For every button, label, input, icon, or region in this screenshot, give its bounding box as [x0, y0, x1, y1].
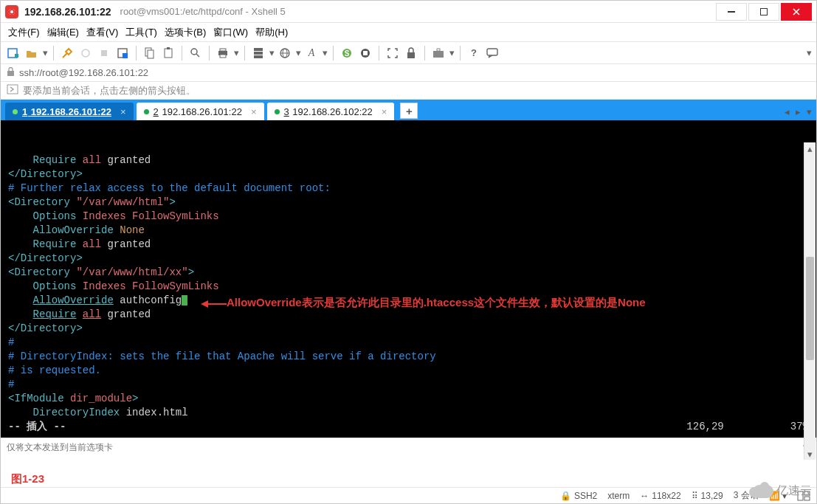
- scroll-up-icon[interactable]: ▴: [804, 142, 816, 154]
- annotation: AllowOverride表示是否允许此目录里的.htaccess这个文件生效，…: [200, 295, 646, 309]
- session-tab[interactable]: 2 192.168.26.101:22×: [137, 103, 264, 120]
- disconnect-icon[interactable]: [96, 45, 112, 61]
- menu-window[interactable]: 窗口(W): [213, 26, 248, 39]
- tipbar: 要添加当前会话，点击左侧的箭头按钮。: [1, 82, 816, 100]
- svg-rect-25: [407, 52, 415, 58]
- menu-tabs[interactable]: 选项卡(B): [165, 26, 206, 39]
- status-proto: 🔒SSH2: [560, 491, 597, 501]
- globe-dropdown-icon[interactable]: ▾: [295, 45, 301, 61]
- svg-rect-11: [167, 47, 170, 49]
- server-icon[interactable]: [250, 45, 266, 61]
- help-icon[interactable]: ?: [466, 45, 482, 61]
- print-dropdown-icon[interactable]: ▾: [233, 45, 239, 61]
- scroll-down-icon[interactable]: ▾: [804, 448, 816, 460]
- tab-close-icon[interactable]: ×: [382, 106, 387, 117]
- connect-icon[interactable]: [59, 45, 75, 61]
- tab-next-icon[interactable]: ▸: [796, 106, 801, 117]
- statusbar: 🔒SSH2 xterm ↔ 118x22 ⠿ 13,29 3 会话 📶 ▾: [1, 487, 816, 503]
- svg-rect-24: [363, 51, 368, 55]
- svg-rect-1: [761, 8, 768, 15]
- titlebar: 192.168.26.101:22 root@vms001:/etc/httpd…: [1, 1, 816, 23]
- fullscreen-icon[interactable]: [385, 45, 401, 61]
- tab-nav: ◂ ▸ ▾: [785, 106, 812, 117]
- svg-rect-18: [254, 55, 263, 58]
- svg-rect-3: [15, 54, 18, 58]
- tip-arrow-icon[interactable]: [7, 84, 18, 97]
- tab-close-icon[interactable]: ×: [251, 106, 257, 117]
- tab-prev-icon[interactable]: ◂: [785, 106, 790, 117]
- svg-rect-5: [101, 50, 107, 56]
- print-icon[interactable]: [215, 45, 231, 61]
- menu-view[interactable]: 查看(V): [86, 26, 118, 39]
- svg-rect-26: [433, 51, 444, 58]
- address-text[interactable]: ssh://root@192.168.26.101:22: [19, 67, 148, 78]
- svg-text:S: S: [345, 49, 350, 58]
- open-icon[interactable]: [24, 45, 40, 61]
- scrollbar[interactable]: ▴ ▾: [804, 142, 816, 460]
- globe-icon[interactable]: [277, 45, 293, 61]
- svg-rect-29: [7, 71, 14, 76]
- svg-point-4: [82, 49, 89, 57]
- close-button[interactable]: [781, 3, 812, 21]
- terminal[interactable]: Require all granted</Directory># Further…: [1, 120, 816, 438]
- watermark-text: 亿速云: [776, 483, 812, 499]
- menu-help[interactable]: 帮助(H): [255, 26, 288, 39]
- server-dropdown-icon[interactable]: ▾: [269, 45, 275, 61]
- scroll-thumb[interactable]: [806, 257, 814, 360]
- script-icon[interactable]: S: [339, 45, 355, 61]
- toolbox-icon[interactable]: [430, 45, 447, 61]
- toolbar-overflow-icon[interactable]: ▾: [806, 45, 812, 61]
- lock-icon[interactable]: [403, 45, 419, 61]
- cursor: [182, 295, 187, 305]
- xshell-window: 192.168.26.101:22 root@vms001:/etc/httpd…: [0, 0, 817, 504]
- figure-label: 图1-23: [11, 472, 44, 486]
- status-term: xterm: [607, 491, 630, 501]
- maximize-button[interactable]: [748, 3, 779, 21]
- tab-close-icon[interactable]: ×: [120, 106, 126, 117]
- toolbar: ▾ ▾ ▾ ▾ A ▾ S ▾ ? ▾: [1, 42, 816, 64]
- toolbox-dropdown-icon[interactable]: ▾: [449, 45, 455, 61]
- session-tab[interactable]: 3 192.168.26.102:22×: [267, 103, 395, 120]
- terminal-line: Require all granted: [8, 308, 809, 322]
- minimize-button[interactable]: [716, 3, 747, 21]
- new-tab-button[interactable]: +: [400, 103, 418, 119]
- font-dropdown-icon[interactable]: ▾: [322, 45, 328, 61]
- font-icon[interactable]: A: [303, 45, 320, 61]
- tab-menu-icon[interactable]: ▾: [807, 106, 812, 117]
- addressbar: ssh://root@192.168.26.101:22: [1, 64, 816, 82]
- copy-icon[interactable]: [142, 45, 158, 61]
- app-icon: [5, 5, 18, 18]
- session-tab[interactable]: 1 192.168.26.101:22×: [5, 103, 134, 120]
- window-title: 192.168.26.101:22: [24, 6, 111, 18]
- window-subtitle: root@vms001:/etc/httpd/conf - Xshell 5: [120, 6, 286, 17]
- svg-rect-14: [220, 49, 226, 51]
- compose-input[interactable]: [5, 441, 796, 453]
- watermark: 亿速云: [753, 483, 812, 499]
- find-icon[interactable]: [187, 45, 204, 61]
- paste-icon[interactable]: [160, 45, 176, 61]
- svg-point-12: [191, 49, 197, 55]
- terminal-line: Require all granted: [8, 238, 809, 252]
- terminal-line: # Further relax access to the default do…: [8, 182, 809, 196]
- annotation-text: AllowOverride表示是否允许此目录里的.htaccess这个文件生效，…: [227, 296, 646, 308]
- reconnect-icon[interactable]: [77, 45, 94, 61]
- stop-icon[interactable]: [357, 45, 373, 61]
- svg-rect-10: [165, 49, 172, 58]
- terminal-line: </Directory>: [8, 168, 809, 182]
- feedback-icon[interactable]: [484, 45, 500, 61]
- terminal-line: AllowOverride None: [8, 224, 809, 238]
- cloud-icon: [753, 485, 773, 498]
- svg-rect-7: [123, 53, 128, 58]
- new-session-icon[interactable]: [5, 45, 21, 61]
- menu-tools[interactable]: 工具(T): [125, 26, 157, 39]
- profile-icon[interactable]: [114, 45, 131, 61]
- svg-rect-28: [487, 49, 497, 55]
- open-dropdown-icon[interactable]: ▾: [42, 45, 48, 61]
- addressbar-lock-icon: [7, 67, 15, 79]
- status-size: ↔ 118x22: [640, 491, 680, 501]
- menu-file[interactable]: 文件(F): [8, 26, 40, 39]
- terminal-line: Require all granted: [8, 153, 809, 168]
- terminal-line: #: [8, 336, 809, 350]
- svg-rect-9: [148, 50, 154, 58]
- menu-edit[interactable]: 编辑(E): [47, 26, 79, 39]
